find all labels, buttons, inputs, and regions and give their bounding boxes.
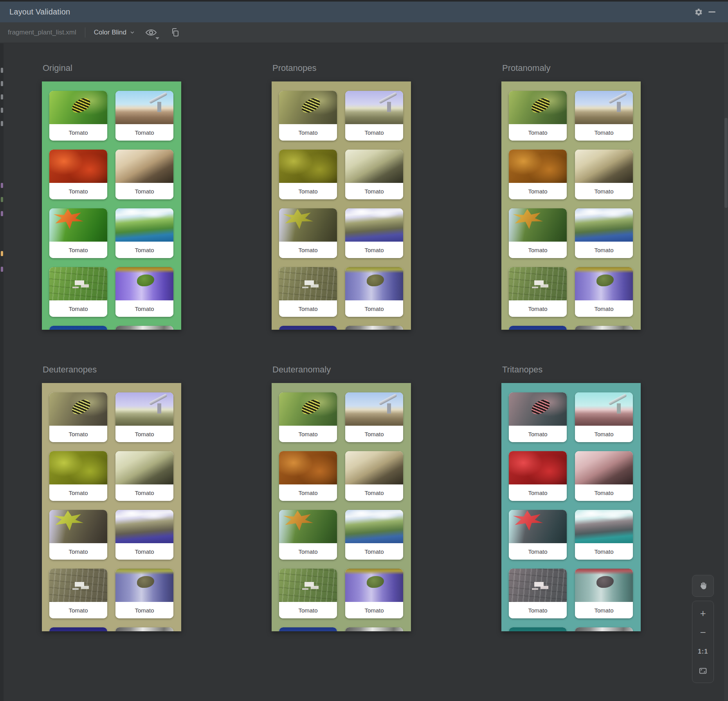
plant-card: Tomato bbox=[49, 392, 107, 442]
plant-card: Tomato bbox=[345, 91, 403, 141]
gray-clouds-partial-thumb bbox=[345, 326, 403, 330]
plant-card-label: Tomato bbox=[345, 300, 403, 317]
plant-card: Tomato bbox=[115, 91, 173, 141]
plant-card-label: Tomato bbox=[575, 300, 633, 317]
panel-title: Protanomaly bbox=[502, 63, 641, 74]
settings-button[interactable] bbox=[692, 5, 705, 19]
gray-clouds-partial-thumb bbox=[115, 326, 173, 330]
plant-card-grid: Tomato Tomato Tomato Tomato Tomato Tomat… bbox=[501, 383, 641, 631]
plant-card-label: Tomato bbox=[345, 484, 403, 501]
plant-card-label: Tomato bbox=[279, 426, 337, 442]
layout-preview[interactable]: Tomato Tomato Tomato Tomato Tomato Tomat… bbox=[42, 383, 181, 631]
plant-card-grid: Tomato Tomato Tomato Tomato Tomato Tomat… bbox=[272, 81, 411, 330]
plant-card-label: Tomato bbox=[279, 242, 337, 258]
pan-button[interactable] bbox=[692, 575, 714, 597]
farm-aerial-thumb bbox=[49, 569, 107, 602]
plant-card-label: Tomato bbox=[49, 183, 107, 199]
dew-on-branch-thumb bbox=[115, 150, 173, 183]
plant-card-label: Tomato bbox=[575, 602, 633, 618]
plant-card-label: Tomato bbox=[115, 242, 173, 258]
code-fragment-mark bbox=[1, 267, 3, 272]
plant-card: Tomato bbox=[509, 150, 567, 199]
plant-card-label: Tomato bbox=[279, 602, 337, 618]
mode-selector-dropdown[interactable]: Color Blind bbox=[94, 29, 135, 36]
plant-card-label: Tomato bbox=[49, 124, 107, 141]
red-maple-leaves-thumb bbox=[509, 150, 567, 183]
panel-title: Tritanopes bbox=[502, 364, 641, 375]
plant-card-label: Tomato bbox=[115, 300, 173, 317]
plant-card: Tomato bbox=[115, 208, 173, 258]
fit-to-screen-button[interactable] bbox=[692, 661, 714, 680]
layout-preview[interactable]: Tomato Tomato Tomato Tomato Tomato Tomat… bbox=[272, 81, 411, 330]
mode-selector-label: Color Blind bbox=[94, 29, 126, 36]
plant-card-label: Tomato bbox=[49, 242, 107, 258]
dew-on-branch-thumb bbox=[345, 451, 403, 484]
maple-leaf-on-green-thumb bbox=[279, 510, 337, 543]
chevron-down-icon bbox=[130, 30, 135, 35]
plant-card: Tomato bbox=[279, 627, 337, 631]
visibility-toggle-button[interactable] bbox=[145, 28, 159, 37]
plant-card-label: Tomato bbox=[279, 484, 337, 501]
plant-card: Tomato bbox=[115, 150, 173, 199]
zoom-controls: + − 1:1 bbox=[692, 601, 714, 683]
farm-aerial-thumb bbox=[279, 569, 337, 602]
plant-card-label: Tomato bbox=[49, 300, 107, 317]
red-maple-leaves-thumb bbox=[279, 451, 337, 484]
editor-edge-sliver bbox=[0, 43, 4, 701]
telescope-over-city-thumb bbox=[115, 91, 173, 124]
plant-card: Tomato bbox=[575, 627, 633, 631]
actual-size-button[interactable]: 1:1 bbox=[692, 642, 714, 661]
plant-card: Tomato bbox=[279, 150, 337, 199]
plant-card-label: Tomato bbox=[509, 543, 567, 560]
farm-aerial-thumb bbox=[509, 569, 567, 602]
plant-card-grid: Tomato Tomato Tomato Tomato Tomato Tomat… bbox=[42, 383, 181, 631]
farm-aerial-thumb bbox=[279, 267, 337, 300]
red-maple-leaves-thumb bbox=[509, 451, 567, 484]
plant-card: Tomato bbox=[49, 326, 107, 330]
plant-card: Tomato bbox=[345, 451, 403, 501]
plant-card: Tomato bbox=[345, 510, 403, 560]
panel-title: Deuteranopes bbox=[43, 364, 181, 375]
minimize-button[interactable] bbox=[705, 5, 719, 19]
plant-card-label: Tomato bbox=[115, 124, 173, 141]
code-fragment-mark bbox=[1, 211, 3, 216]
purple-river-rapids-thumb bbox=[115, 569, 173, 602]
layout-preview[interactable]: Tomato Tomato Tomato Tomato Tomato Tomat… bbox=[272, 383, 411, 631]
plant-card: Tomato bbox=[345, 326, 403, 330]
maple-leaf-on-green-thumb bbox=[49, 208, 107, 242]
zoom-out-button[interactable]: − bbox=[692, 623, 714, 642]
zoom-in-button[interactable]: + bbox=[692, 604, 714, 623]
layout-preview[interactable]: Tomato Tomato Tomato Tomato Tomato Tomat… bbox=[501, 81, 641, 330]
coastline-aerial-thumb bbox=[115, 208, 173, 242]
plant-card: Tomato bbox=[49, 208, 107, 258]
plant-card-label: Tomato bbox=[509, 242, 567, 258]
plant-card-label: Tomato bbox=[279, 300, 337, 317]
gray-clouds-partial-thumb bbox=[575, 326, 633, 330]
plant-card-label: Tomato bbox=[279, 183, 337, 199]
gray-clouds-partial-thumb bbox=[575, 627, 633, 631]
copy-button[interactable] bbox=[169, 27, 180, 38]
plant-card-label: Tomato bbox=[115, 602, 173, 618]
plant-card: Tomato bbox=[509, 627, 567, 631]
coastline-aerial-thumb bbox=[345, 510, 403, 543]
panel-title: Original bbox=[43, 63, 181, 74]
plant-card: Tomato bbox=[115, 392, 173, 442]
telescope-over-city-thumb bbox=[575, 392, 633, 426]
caterpillar-on-plant-thumb bbox=[509, 392, 567, 426]
code-fragment-mark bbox=[1, 94, 3, 99]
plant-card-grid: Tomato Tomato Tomato Tomato Tomato Tomat… bbox=[42, 81, 181, 330]
plant-card: Tomato bbox=[509, 267, 567, 317]
code-fragment-mark bbox=[1, 251, 3, 256]
plant-card: Tomato bbox=[509, 91, 567, 141]
red-maple-leaves-thumb bbox=[279, 150, 337, 183]
plant-card: Tomato bbox=[575, 510, 633, 560]
layout-preview[interactable]: Tomato Tomato Tomato Tomato Tomato Tomat… bbox=[501, 383, 641, 631]
dew-on-branch-thumb bbox=[575, 451, 633, 484]
scrollbar-thumb[interactable] bbox=[724, 118, 728, 208]
plant-card-grid: Tomato Tomato Tomato Tomato Tomato Tomat… bbox=[272, 383, 411, 631]
layout-preview[interactable]: Tomato Tomato Tomato Tomato Tomato Tomat… bbox=[42, 81, 181, 330]
validation-toolbar: fragment_plant_list.xml Color Blind bbox=[0, 22, 728, 43]
dropdown-caret-icon bbox=[155, 37, 159, 40]
plant-card-label: Tomato bbox=[575, 543, 633, 560]
toolbar-divider bbox=[85, 27, 85, 38]
